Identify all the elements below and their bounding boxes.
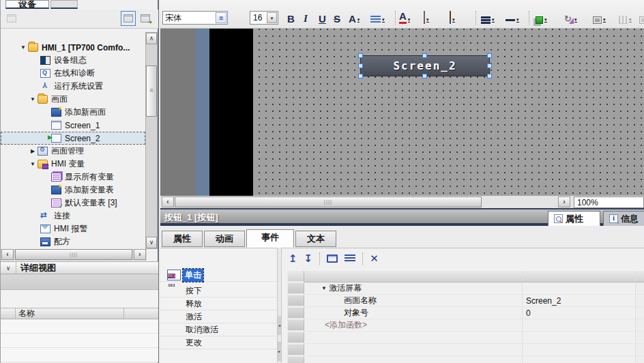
font-name-combo[interactable]: ≣ bbox=[162, 11, 228, 25]
expander-down-icon[interactable]: ▼ bbox=[319, 285, 329, 291]
tree-item-screen-management[interactable]: ▶ 画面管理 bbox=[1, 145, 145, 158]
pane-splitter[interactable]: ◂ ▸ bbox=[277, 248, 282, 363]
tree-item-add-new-screen[interactable]: 添加新画面 bbox=[1, 106, 145, 119]
chevron-down-icon[interactable]: ▾ bbox=[267, 12, 277, 23]
resize-handle-se[interactable] bbox=[487, 74, 492, 78]
scroll-down-button[interactable]: ∨ bbox=[146, 237, 157, 248]
align-objects-button[interactable]: ▾ bbox=[593, 10, 606, 26]
param-value[interactable]: Screen_2 bbox=[523, 295, 636, 307]
canvas-hscrollbar-thumb[interactable]: |||| bbox=[175, 197, 482, 207]
font-size-button[interactable]: A▾ bbox=[349, 10, 360, 26]
font-color-button[interactable]: A▾ bbox=[399, 10, 410, 26]
add-function-row[interactable]: <添加函数> bbox=[287, 319, 644, 332]
scroll-right-button[interactable]: › bbox=[134, 249, 146, 260]
font-list-icon[interactable]: ≣ bbox=[216, 12, 226, 23]
resize-handle-n[interactable] bbox=[422, 53, 427, 58]
tree-item-online-diagnostics[interactable]: 在线和诊断 bbox=[1, 67, 145, 80]
tree-config-button[interactable] bbox=[4, 11, 19, 26]
expander-down-icon[interactable]: ▼ bbox=[18, 44, 28, 50]
event-item-release[interactable]: 释放 bbox=[160, 297, 277, 310]
move-up-icon[interactable]: ↥ bbox=[289, 253, 297, 264]
splitter-collapse-left-icon[interactable]: ◂ bbox=[278, 316, 281, 335]
underline-button[interactable]: U bbox=[319, 10, 326, 26]
add-function-label[interactable]: <添加函数> bbox=[325, 319, 367, 331]
function-row-activate-screen[interactable]: ▼激活屏幕 bbox=[287, 282, 644, 295]
align-button[interactable]: ▾ bbox=[370, 10, 385, 26]
bold-button[interactable]: B bbox=[287, 10, 295, 26]
scroll-left-button[interactable]: ‹ bbox=[1, 249, 14, 260]
background-color-button[interactable]: ▾ bbox=[424, 10, 429, 26]
tree-item-device-configuration[interactable]: 设备组态 bbox=[1, 54, 145, 67]
tree-details-view-button[interactable] bbox=[121, 11, 136, 26]
resize-handle-e[interactable] bbox=[487, 63, 492, 68]
event-item-deactivate[interactable]: 取消激活 bbox=[160, 323, 277, 336]
event-item-click[interactable]: FC) 101 单击 bbox=[160, 269, 277, 282]
arrange-button[interactable]: ▾ bbox=[536, 10, 547, 26]
tab-inspector-properties[interactable]: 属性 bbox=[548, 211, 600, 226]
tree-scrollbar-thumb[interactable]: ≡ bbox=[146, 66, 157, 117]
expander-right-icon[interactable]: ▶ bbox=[28, 148, 38, 154]
tab-devices[interactable]: 设备 bbox=[5, 0, 49, 9]
tab-texts[interactable]: 文本 bbox=[295, 231, 336, 247]
details-view-header[interactable]: ∨ 详细视图 bbox=[1, 261, 158, 274]
tree-item-screens-folder[interactable]: ▼ 画面 bbox=[1, 93, 145, 106]
resize-handle-nw[interactable] bbox=[358, 53, 363, 58]
tree-item-recipes[interactable]: 配方 bbox=[1, 235, 145, 248]
value-cell[interactable] bbox=[523, 282, 636, 295]
tab-animations[interactable]: 动画 bbox=[204, 231, 245, 247]
hmi-screen-button[interactable]: Screen_2 bbox=[360, 55, 490, 76]
tree-item-hmi-alarms[interactable]: HMI 报警 bbox=[1, 222, 145, 235]
expander-down-icon[interactable]: ▼ bbox=[28, 96, 38, 102]
resize-handle-s[interactable] bbox=[422, 74, 427, 78]
tree-item-connections[interactable]: 连接 bbox=[1, 209, 145, 222]
canvas-dot-grid[interactable] bbox=[253, 29, 644, 196]
splitter-collapse-right-icon[interactable]: ▸ bbox=[278, 342, 281, 361]
zoom-level-input[interactable] bbox=[574, 197, 640, 207]
font-name-input[interactable] bbox=[163, 12, 215, 24]
param-row-object-number[interactable]: 对象号 0 bbox=[287, 307, 644, 319]
border-style-button[interactable]: ▾ bbox=[506, 10, 519, 26]
name-column-header[interactable]: 名称 bbox=[16, 308, 124, 319]
scroll-right-button[interactable]: › bbox=[558, 197, 570, 207]
chevron-down-icon[interactable]: ∨ bbox=[1, 265, 16, 272]
rotate-button[interactable]: ▾ bbox=[564, 10, 577, 26]
tab-secondary[interactable] bbox=[50, 0, 78, 9]
collapse-all-icon[interactable] bbox=[345, 255, 355, 263]
event-item-change[interactable]: 更改 bbox=[160, 336, 277, 349]
distribute-button[interactable]: ▾ bbox=[619, 10, 632, 26]
tree-horizontal-scrollbar[interactable]: ‹ |||| › bbox=[1, 249, 147, 261]
resize-handle-sw[interactable] bbox=[358, 74, 363, 78]
tree-item-hmi-device[interactable]: ▼ HMI_1 [TP700 Comfo... bbox=[1, 41, 145, 54]
expand-all-icon[interactable] bbox=[327, 255, 338, 263]
tree-vertical-scrollbar[interactable]: ∧ ≡ ∨ bbox=[145, 32, 158, 249]
border-color-button[interactable]: ▾ bbox=[450, 10, 455, 26]
param-row-screen-name[interactable]: 画面名称 Screen_2 bbox=[287, 295, 644, 307]
tab-properties[interactable]: 属性 bbox=[162, 231, 203, 247]
delete-icon[interactable]: ✕ bbox=[370, 253, 379, 264]
event-item-activate[interactable]: 激活 bbox=[160, 310, 277, 323]
tree-item-runtime-settings[interactable]: 运行系统设置 bbox=[1, 80, 145, 93]
tab-events[interactable]: 事件 bbox=[246, 229, 294, 248]
tree-refresh-button[interactable]: ➜ bbox=[138, 11, 153, 26]
tree-item-add-tag-table[interactable]: 添加新变量表 bbox=[1, 184, 145, 197]
zoom-level-combo[interactable] bbox=[574, 197, 644, 208]
tab-inspector-info[interactable]: 信息 bbox=[603, 211, 644, 226]
tree-item-default-tag-table[interactable]: 默认变量表 [3] bbox=[1, 197, 145, 209]
italic-button[interactable]: I bbox=[304, 10, 308, 26]
resize-handle-w[interactable] bbox=[358, 63, 363, 68]
font-size-combo[interactable]: ▾ bbox=[250, 11, 278, 25]
tree-item-screen-2[interactable]: Screen_2 bbox=[1, 132, 145, 145]
tree-item-hmi-tags[interactable]: ▼ HMI 变量 bbox=[1, 158, 145, 171]
border-width-button[interactable]: ▾ bbox=[481, 10, 495, 26]
tree-hscrollbar-thumb[interactable]: |||| bbox=[15, 249, 132, 260]
spacing-button[interactable]: ▾ bbox=[639, 10, 644, 26]
scroll-left-button[interactable]: ‹ bbox=[162, 197, 174, 207]
canvas-horizontal-scrollbar[interactable]: ‹ |||| › bbox=[160, 196, 644, 209]
tree-item-show-all-tags[interactable]: 显示所有变量 bbox=[1, 171, 145, 184]
move-down-icon[interactable]: ↧ bbox=[304, 253, 313, 264]
tree-item-screen-1[interactable]: Screen_1 bbox=[1, 119, 145, 132]
expander-down-icon[interactable]: ▼ bbox=[28, 161, 38, 167]
event-item-press[interactable]: 按下 bbox=[160, 285, 277, 297]
screen-editor-canvas[interactable]: Screen_2 bbox=[160, 29, 644, 196]
resize-handle-ne[interactable] bbox=[487, 53, 492, 58]
